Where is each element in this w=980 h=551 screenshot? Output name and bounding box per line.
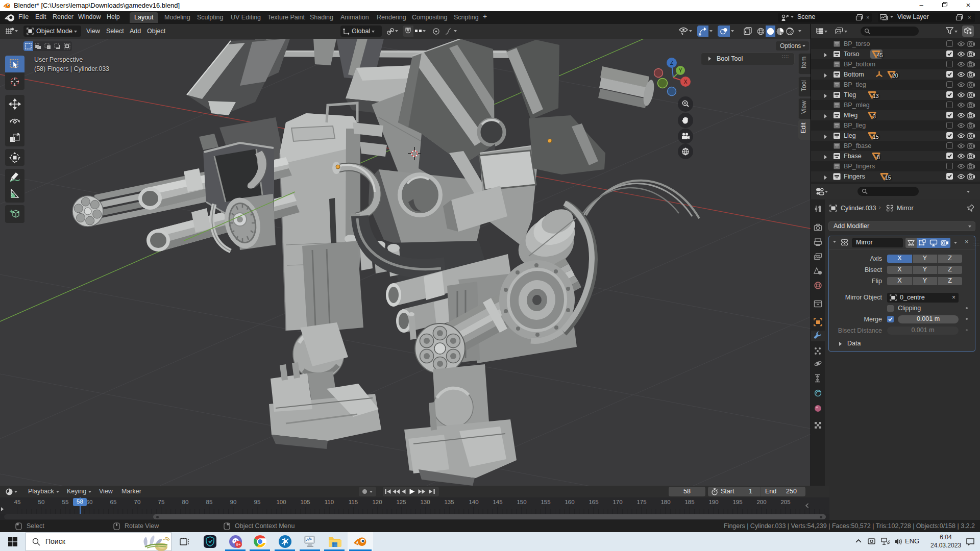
svg-text:Y: Y [679, 68, 682, 73]
svg-text:X: X [684, 79, 688, 85]
svg-text:9+: 9+ [236, 542, 240, 547]
svg-text:Z: Z [670, 60, 673, 66]
